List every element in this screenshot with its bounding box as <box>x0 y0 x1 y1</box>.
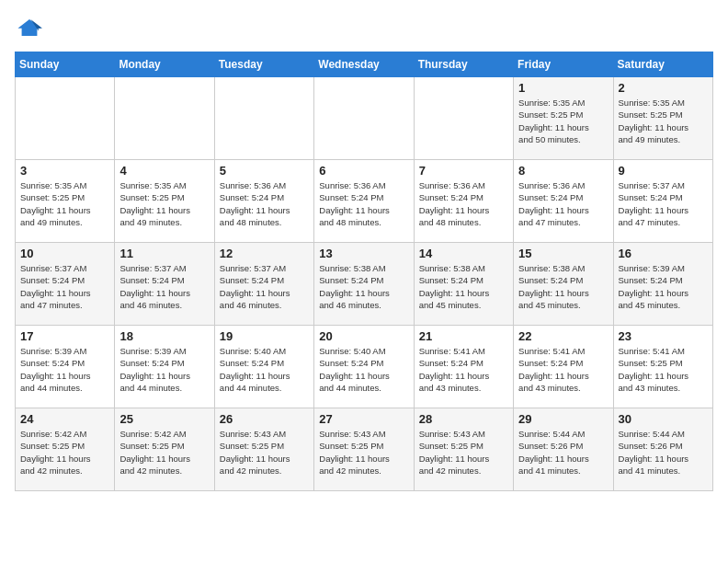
calendar-cell: 24Sunrise: 5:42 AM Sunset: 5:25 PM Dayli… <box>16 408 115 491</box>
column-header-friday: Friday <box>514 52 613 77</box>
week-row-3: 10Sunrise: 5:37 AM Sunset: 5:24 PM Dayli… <box>16 243 713 326</box>
day-number: 18 <box>119 329 209 343</box>
week-row-1: 1Sunrise: 5:35 AM Sunset: 5:25 PM Daylig… <box>16 77 713 160</box>
calendar-table: SundayMondayTuesdayWednesdayThursdayFrid… <box>15 52 713 491</box>
calendar-cell: 26Sunrise: 5:43 AM Sunset: 5:25 PM Dayli… <box>214 408 313 491</box>
day-number: 5 <box>220 164 309 178</box>
day-info: Sunrise: 5:41 AM Sunset: 5:24 PM Dayligh… <box>419 345 508 394</box>
day-info: Sunrise: 5:35 AM Sunset: 5:25 PM Dayligh… <box>20 179 109 228</box>
day-number: 10 <box>20 247 109 260</box>
day-info: Sunrise: 5:43 AM Sunset: 5:25 PM Dayligh… <box>220 428 309 477</box>
calendar-cell: 27Sunrise: 5:43 AM Sunset: 5:25 PM Dayli… <box>314 408 414 491</box>
day-number: 25 <box>119 412 209 426</box>
column-header-tuesday: Tuesday <box>214 52 313 77</box>
calendar-cell: 12Sunrise: 5:37 AM Sunset: 5:24 PM Dayli… <box>214 243 313 326</box>
calendar-cell: 21Sunrise: 5:41 AM Sunset: 5:24 PM Dayli… <box>414 326 513 408</box>
calendar-cell: 13Sunrise: 5:38 AM Sunset: 5:24 PM Dayli… <box>314 243 414 326</box>
day-number: 14 <box>419 247 508 260</box>
day-number: 11 <box>119 247 209 260</box>
column-header-thursday: Thursday <box>414 52 513 77</box>
day-number: 17 <box>20 329 109 343</box>
day-number: 3 <box>20 164 109 178</box>
calendar-cell <box>16 77 115 160</box>
day-number: 29 <box>518 412 608 426</box>
day-info: Sunrise: 5:44 AM Sunset: 5:26 PM Dayligh… <box>619 428 708 477</box>
day-info: Sunrise: 5:36 AM Sunset: 5:24 PM Dayligh… <box>220 179 309 228</box>
calendar-cell <box>314 77 414 160</box>
calendar-cell: 1Sunrise: 5:35 AM Sunset: 5:25 PM Daylig… <box>514 77 613 160</box>
day-info: Sunrise: 5:37 AM Sunset: 5:24 PM Dayligh… <box>20 262 109 311</box>
calendar-cell: 22Sunrise: 5:41 AM Sunset: 5:24 PM Dayli… <box>514 326 613 408</box>
day-info: Sunrise: 5:43 AM Sunset: 5:25 PM Dayligh… <box>319 428 408 477</box>
calendar-cell: 30Sunrise: 5:44 AM Sunset: 5:26 PM Dayli… <box>613 408 712 491</box>
calendar-cell: 20Sunrise: 5:40 AM Sunset: 5:24 PM Dayli… <box>314 326 414 408</box>
day-number: 22 <box>518 329 608 343</box>
calendar-cell: 25Sunrise: 5:42 AM Sunset: 5:25 PM Dayli… <box>115 408 214 491</box>
column-header-sunday: Sunday <box>16 52 115 77</box>
day-number: 20 <box>319 329 408 343</box>
day-info: Sunrise: 5:37 AM Sunset: 5:24 PM Dayligh… <box>119 262 209 311</box>
calendar-cell: 6Sunrise: 5:36 AM Sunset: 5:24 PM Daylig… <box>314 160 414 243</box>
calendar-cell: 15Sunrise: 5:38 AM Sunset: 5:24 PM Dayli… <box>514 243 613 326</box>
day-number: 27 <box>319 412 408 426</box>
day-number: 7 <box>419 164 508 178</box>
day-number: 15 <box>518 247 608 260</box>
calendar-cell: 5Sunrise: 5:36 AM Sunset: 5:24 PM Daylig… <box>214 160 313 243</box>
day-number: 24 <box>20 412 109 426</box>
day-number: 26 <box>220 412 309 426</box>
day-info: Sunrise: 5:42 AM Sunset: 5:25 PM Dayligh… <box>119 428 209 477</box>
calendar-cell: 7Sunrise: 5:36 AM Sunset: 5:24 PM Daylig… <box>414 160 513 243</box>
week-row-2: 3Sunrise: 5:35 AM Sunset: 5:25 PM Daylig… <box>16 160 713 243</box>
day-number: 6 <box>319 164 408 178</box>
page-header <box>15 15 713 44</box>
day-number: 28 <box>419 412 508 426</box>
day-number: 2 <box>619 81 708 95</box>
day-info: Sunrise: 5:44 AM Sunset: 5:26 PM Dayligh… <box>518 428 608 477</box>
calendar-cell: 23Sunrise: 5:41 AM Sunset: 5:25 PM Dayli… <box>613 326 712 408</box>
day-info: Sunrise: 5:39 AM Sunset: 5:24 PM Dayligh… <box>20 345 109 394</box>
calendar-cell: 9Sunrise: 5:37 AM Sunset: 5:24 PM Daylig… <box>613 160 712 243</box>
calendar-cell: 16Sunrise: 5:39 AM Sunset: 5:24 PM Dayli… <box>613 243 712 326</box>
day-info: Sunrise: 5:42 AM Sunset: 5:25 PM Dayligh… <box>20 428 109 477</box>
day-info: Sunrise: 5:35 AM Sunset: 5:25 PM Dayligh… <box>518 97 608 145</box>
day-number: 12 <box>220 247 309 260</box>
calendar-cell: 3Sunrise: 5:35 AM Sunset: 5:25 PM Daylig… <box>16 160 115 243</box>
calendar-cell: 4Sunrise: 5:35 AM Sunset: 5:25 PM Daylig… <box>115 160 214 243</box>
day-number: 16 <box>619 247 708 260</box>
calendar-cell: 29Sunrise: 5:44 AM Sunset: 5:26 PM Dayli… <box>514 408 613 491</box>
day-info: Sunrise: 5:38 AM Sunset: 5:24 PM Dayligh… <box>518 262 608 311</box>
day-number: 23 <box>619 329 708 343</box>
day-info: Sunrise: 5:40 AM Sunset: 5:24 PM Dayligh… <box>319 345 408 394</box>
day-info: Sunrise: 5:36 AM Sunset: 5:24 PM Dayligh… <box>518 179 608 228</box>
day-info: Sunrise: 5:41 AM Sunset: 5:25 PM Dayligh… <box>619 345 708 394</box>
day-number: 1 <box>518 81 608 95</box>
calendar-cell: 8Sunrise: 5:36 AM Sunset: 5:24 PM Daylig… <box>514 160 613 243</box>
week-row-4: 17Sunrise: 5:39 AM Sunset: 5:24 PM Dayli… <box>16 326 713 408</box>
calendar-cell: 11Sunrise: 5:37 AM Sunset: 5:24 PM Dayli… <box>115 243 214 326</box>
column-header-monday: Monday <box>115 52 214 77</box>
day-number: 21 <box>419 329 508 343</box>
calendar-cell: 28Sunrise: 5:43 AM Sunset: 5:25 PM Dayli… <box>414 408 513 491</box>
day-info: Sunrise: 5:35 AM Sunset: 5:25 PM Dayligh… <box>619 97 708 145</box>
column-header-wednesday: Wednesday <box>314 52 414 77</box>
calendar-cell <box>115 77 214 160</box>
day-number: 30 <box>619 412 708 426</box>
day-info: Sunrise: 5:36 AM Sunset: 5:24 PM Dayligh… <box>419 179 508 228</box>
day-info: Sunrise: 5:39 AM Sunset: 5:24 PM Dayligh… <box>119 345 209 394</box>
day-info: Sunrise: 5:40 AM Sunset: 5:24 PM Dayligh… <box>220 345 309 394</box>
day-info: Sunrise: 5:38 AM Sunset: 5:24 PM Dayligh… <box>319 262 408 311</box>
day-info: Sunrise: 5:41 AM Sunset: 5:24 PM Dayligh… <box>518 345 608 394</box>
calendar-cell: 10Sunrise: 5:37 AM Sunset: 5:24 PM Dayli… <box>16 243 115 326</box>
calendar-cell: 18Sunrise: 5:39 AM Sunset: 5:24 PM Dayli… <box>115 326 214 408</box>
day-number: 8 <box>518 164 608 178</box>
day-info: Sunrise: 5:37 AM Sunset: 5:24 PM Dayligh… <box>220 262 309 311</box>
calendar-cell <box>214 77 313 160</box>
calendar-cell: 2Sunrise: 5:35 AM Sunset: 5:25 PM Daylig… <box>613 77 712 160</box>
week-row-5: 24Sunrise: 5:42 AM Sunset: 5:25 PM Dayli… <box>16 408 713 491</box>
calendar-cell: 19Sunrise: 5:40 AM Sunset: 5:24 PM Dayli… <box>214 326 313 408</box>
day-info: Sunrise: 5:43 AM Sunset: 5:25 PM Dayligh… <box>419 428 508 477</box>
calendar-cell: 17Sunrise: 5:39 AM Sunset: 5:24 PM Dayli… <box>16 326 115 408</box>
day-info: Sunrise: 5:38 AM Sunset: 5:24 PM Dayligh… <box>419 262 508 311</box>
day-number: 13 <box>319 247 408 260</box>
column-header-saturday: Saturday <box>613 52 712 77</box>
